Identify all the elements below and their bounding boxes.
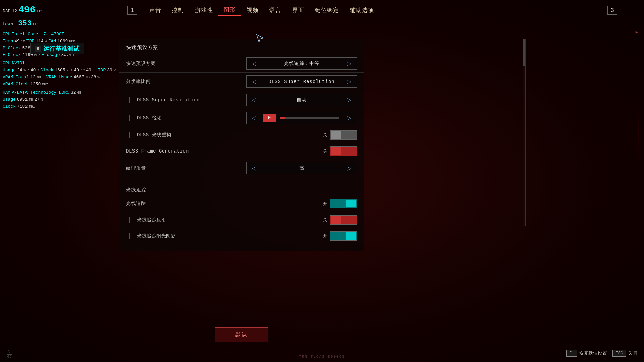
resolution-ratio-next[interactable]: ▷	[342, 76, 357, 87]
nav-item-gameplay[interactable]: 游戏性	[190, 5, 218, 15]
texture-quality-prev[interactable]: ◁	[247, 162, 261, 174]
nav-bar: 1 声音 控制 游戏性 图形 视频 语言 界面 键位绑定 辅助选项 3	[127, 5, 617, 16]
raytracing-shadow-row: 光线追踪阳光阴影 开	[119, 228, 364, 244]
svg-marker-0	[257, 35, 263, 42]
low-fps: 353	[18, 18, 32, 29]
dlss-sr-next[interactable]: ▷	[342, 94, 357, 106]
nav-item-graphics[interactable]: 图形	[218, 5, 241, 16]
benchmark-label: 运行基准测试	[43, 45, 79, 53]
d3d-value: 12	[12, 8, 17, 15]
gpu-temp2: 49	[86, 67, 91, 74]
dlss-frame-gen-toggle-ctrl: 关	[321, 146, 357, 156]
dlss-sharpening-next[interactable]: ▷	[342, 112, 357, 124]
version-bar: ——————————————————	[15, 349, 51, 353]
version-label: V	[7, 349, 12, 355]
quick-preset-value: 光线追踪：中等	[261, 61, 342, 67]
gpu-tdp: 39	[107, 67, 112, 74]
raytracing-toggle[interactable]	[330, 199, 357, 208]
gpu-usage-max: 40	[31, 67, 36, 74]
gpu-name: NVIDI	[12, 60, 25, 67]
gpu-temp: 40	[74, 67, 79, 74]
dlss-sharpening-fill	[280, 117, 285, 119]
texture-quality-row: 纹理质量 ◁ 高 ▷	[119, 159, 364, 177]
raytracing-reflection-toggle-ctrl: 关	[321, 215, 357, 225]
raytracing-reflection-state: 关	[321, 217, 327, 223]
hud-overlay: D3D 12 496 FPS Low 1 ¹ 353 FPS CPU Intel…	[0, 0, 118, 113]
vram-total-value: 12	[30, 74, 36, 81]
raytracing-label: 光线追踪	[126, 201, 321, 207]
dlss-sr-prev[interactable]: ◁	[247, 94, 261, 106]
quick-preset-row: 快速预设方案 ◁ 光线追踪：中等 ▷	[119, 55, 364, 73]
nav-left-bracket: 1	[127, 6, 137, 15]
resolution-ratio-prev[interactable]: ◁	[247, 76, 261, 87]
dlss-light-reconstruct-toggle-ctrl: 关	[321, 130, 357, 140]
low-num: 1	[11, 22, 14, 28]
vram-usage-label: VRAM Usage	[46, 74, 72, 81]
quick-preset-selector[interactable]: ◁ 光线追踪：中等 ▷	[246, 57, 357, 70]
benchmark-key: B	[35, 46, 41, 52]
panel-title: 快速预设方案	[119, 39, 364, 55]
resolution-ratio-row: 分辨率比例 ◁ DLSS Super Resolution ▷	[119, 73, 364, 91]
eclock-label: E-Clock	[3, 52, 21, 59]
texture-quality-next[interactable]: ▷	[342, 162, 357, 174]
resolution-ratio-selector[interactable]: ◁ DLSS Super Resolution ▷	[246, 75, 357, 88]
d3d-label: D3D	[3, 8, 10, 15]
ram-name: A-DATA Technology DDR5	[12, 89, 69, 96]
right-edge-decoration	[638, 101, 639, 168]
dlss-sharpening-track[interactable]	[280, 117, 339, 119]
raytracing-shadow-state: 开	[321, 233, 327, 239]
nav-item-assist[interactable]: 辅助选项	[344, 5, 379, 15]
raytracing-reflection-toggle[interactable]	[330, 215, 357, 225]
close-label: 关闭	[628, 350, 637, 356]
dlss-sharpening-label: DLSS 锐化	[129, 115, 246, 121]
dlss-frame-gen-toggle[interactable]	[330, 146, 357, 156]
nav-item-ui[interactable]: 界面	[287, 5, 310, 15]
nav-item-language[interactable]: 语言	[264, 5, 287, 15]
dlss-light-reconstruct-row: DLSS 光线重构 关	[119, 127, 364, 143]
scrollbar-thumb[interactable]	[523, 39, 525, 66]
dlss-super-resolution-selector[interactable]: ◁ 自动 ▷	[246, 94, 357, 106]
restore-label: 恢复默认设置	[579, 350, 607, 356]
ram-clock-value: 7182	[17, 103, 28, 110]
quick-preset-next[interactable]: ▷	[342, 58, 357, 69]
vram-clock-value: 1250	[30, 81, 41, 88]
ram-label: RAM	[3, 89, 10, 96]
gpu-label: GPU	[3, 60, 10, 67]
gpu-usage-value: 24	[17, 67, 22, 74]
ram-size: 32	[71, 89, 76, 96]
nav-right-bracket: 3	[607, 6, 617, 15]
bottom-bar: F1 恢复默认设置 ESC 关闭	[566, 350, 637, 357]
raytracing-state: 开	[321, 201, 327, 207]
raytracing-reflection-row: 光线追踪反射 关	[119, 212, 364, 228]
dlss-frame-gen-state: 关	[321, 148, 327, 154]
dlss-sharpening-prev[interactable]: ◁	[247, 112, 261, 124]
dlss-light-reconstruct-toggle[interactable]	[330, 130, 357, 140]
dlss-sharpening-ctrl[interactable]: ◁ 0 ▷	[246, 112, 357, 124]
raytracing-shadow-toggle[interactable]	[330, 231, 357, 241]
gpu-clock-label: Clock	[40, 67, 53, 74]
nav-item-control[interactable]: 控制	[167, 5, 190, 15]
vram-usage-value: 4667	[74, 74, 84, 81]
dlss-frame-gen-row: DLSS Frame Generation 关	[119, 143, 364, 159]
nav-item-video[interactable]: 视频	[241, 5, 264, 15]
nav-item-keybind[interactable]: 键位绑定	[310, 5, 344, 15]
fps-value: 496	[18, 3, 35, 18]
low-percent: ¹	[15, 22, 17, 27]
vram-usage-pct: 38	[91, 74, 96, 81]
section-divider	[119, 180, 364, 180]
gpu-clock-value: 1605	[55, 67, 65, 74]
cpu-label: CPU	[3, 31, 10, 38]
raytracing-shadow-label: 光线追踪阳光阴影	[129, 233, 321, 239]
vram-clock-label: VRAM Clock	[3, 81, 29, 88]
default-button[interactable]: 默认	[215, 327, 268, 342]
version-info: V 05 ——————————————————	[7, 349, 51, 359]
quick-preset-prev[interactable]: ◁	[247, 58, 261, 69]
temp-label: Temp	[3, 38, 13, 45]
texture-quality-selector[interactable]: ◁ 高 ▷	[246, 162, 357, 174]
benchmark-tooltip[interactable]: B 运行基准测试	[30, 43, 84, 54]
raytracing-shadow-toggle-ctrl: 开	[321, 231, 357, 241]
ram-clock-label: Clock	[3, 103, 16, 110]
scrollbar[interactable]	[523, 39, 526, 226]
dlss-sharpening-row: DLSS 锐化 ◁ 0 ▷	[119, 109, 364, 127]
nav-item-sound[interactable]: 声音	[144, 5, 167, 15]
